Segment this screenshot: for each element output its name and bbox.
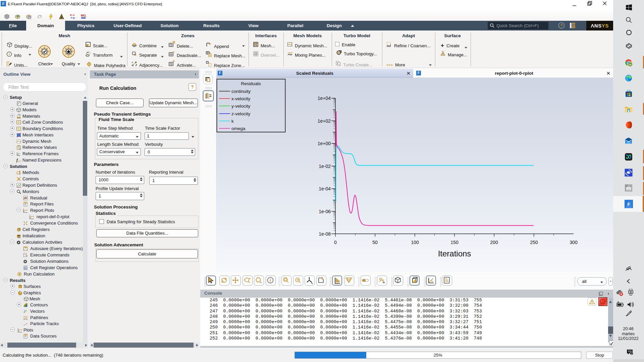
svg-text:MO: MO — [81, 14, 86, 17]
svg-text:m: m — [629, 63, 632, 66]
svg-text:50: 50 — [372, 240, 378, 245]
svg-text:?: ? — [560, 23, 563, 27]
svg-text:1e-06: 1e-06 — [319, 209, 331, 214]
svg-text:t=0: t=0 — [17, 237, 20, 238]
svg-text:1e+04: 1e+04 — [318, 96, 331, 101]
svg-text:Iterations: Iterations — [438, 249, 471, 258]
svg-text:1e-02: 1e-02 — [319, 164, 331, 169]
svg-text:1e+00: 1e+00 — [318, 141, 331, 146]
svg-text:2: 2 — [631, 352, 633, 355]
svg-text:WB: WB — [626, 187, 632, 190]
svg-text:k: k — [231, 119, 234, 124]
svg-text:1e-04: 1e-04 — [319, 186, 331, 191]
svg-text:150: 150 — [450, 240, 459, 245]
svg-text:omega: omega — [231, 126, 246, 131]
svg-text:P: P — [73, 17, 75, 19]
svg-text:Residuals: Residuals — [241, 81, 261, 86]
svg-text:y-velocity: y-velocity — [231, 104, 251, 109]
svg-text:(x): (x) — [18, 160, 21, 163]
svg-text:250: 250 — [530, 240, 538, 245]
svg-text:x-velocity: x-velocity — [231, 96, 251, 101]
svg-text:0: 0 — [334, 240, 337, 245]
svg-text:1e-08: 1e-08 — [319, 231, 331, 237]
svg-text:F: F — [628, 202, 630, 207]
svg-text:P: P — [70, 14, 72, 17]
svg-text:z-velocity: z-velocity — [231, 111, 251, 116]
svg-text:300: 300 — [570, 240, 578, 245]
svg-text:200: 200 — [490, 240, 498, 245]
svg-text:100: 100 — [411, 240, 419, 245]
svg-text:continuity: continuity — [231, 89, 251, 94]
svg-text:1e+02: 1e+02 — [318, 118, 331, 124]
